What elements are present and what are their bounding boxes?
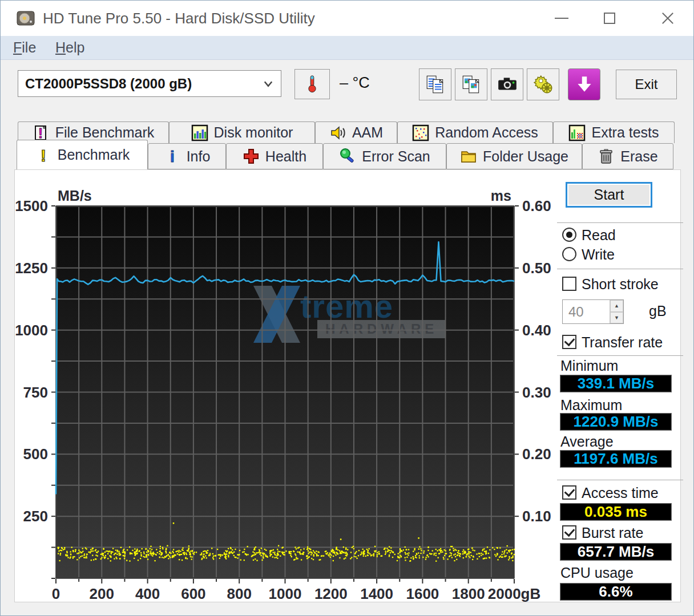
minimum-label: Minimum	[560, 358, 618, 374]
tab-info[interactable]: iInfo	[148, 143, 226, 169]
folder-usage-icon	[460, 148, 477, 165]
burst-rate-label[interactable]: Burst rate	[582, 525, 643, 541]
hdd-app-icon	[15, 8, 36, 29]
stepper-down-icon[interactable]: ▼	[610, 312, 623, 324]
tab-disk-monitor[interactable]: Disk monitor	[169, 121, 315, 143]
settings-gears-icon	[532, 74, 554, 95]
y-right-tick: 0.50	[522, 259, 551, 277]
y-left-tick: 1250	[15, 259, 48, 277]
separator	[557, 355, 683, 356]
copy-image-button[interactable]	[455, 68, 487, 100]
file-benchmark-icon: !	[33, 124, 50, 141]
tab-health[interactable]: Health	[226, 143, 323, 169]
close-button[interactable]	[650, 1, 685, 36]
y-left-tick: 750	[23, 383, 48, 401]
tab-error-scan[interactable]: Error Scan	[323, 143, 446, 169]
info-icon: i	[164, 148, 181, 165]
extra-tests-icon	[568, 124, 586, 141]
tab-erase[interactable]: Erase	[582, 143, 673, 169]
svg-text:!: !	[38, 125, 43, 141]
read-radio-label[interactable]: Read	[582, 227, 616, 244]
health-icon	[243, 148, 260, 165]
drive-select[interactable]: CT2000P5SSD8 (2000 gB)	[18, 70, 281, 97]
tab-aam[interactable]: AAM	[315, 121, 397, 143]
x-tick: 1400	[360, 585, 393, 603]
tab-label: Extra tests	[591, 124, 659, 141]
tab-row-lower: !BenchmarkiInfoHealthError ScanFolder Us…	[17, 143, 673, 169]
access-time-checkbox[interactable]	[562, 485, 576, 500]
maximize-icon	[604, 13, 615, 24]
tab-benchmark[interactable]: !Benchmark	[17, 140, 148, 169]
minimize-button[interactable]	[544, 1, 579, 36]
short-stroke-label[interactable]: Short stroke	[582, 276, 659, 293]
erase-icon	[598, 148, 615, 165]
burst-rate-checkbox[interactable]	[562, 525, 576, 540]
tab-random-access[interactable]: Random Access	[397, 121, 553, 143]
menu-file[interactable]: File	[10, 36, 39, 60]
write-radio[interactable]	[562, 247, 576, 261]
y-right-tick: 0.40	[522, 321, 551, 339]
x-tick: 1600	[406, 585, 439, 603]
size-unit-label: gB	[649, 303, 667, 319]
app-window: HD Tune Pro 5.50 - Hard Disk/SSD Utility…	[0, 0, 694, 616]
tab-label: File Benchmark	[55, 124, 155, 141]
maximize-button[interactable]	[592, 1, 627, 36]
y-right-tick: 0.30	[522, 383, 551, 401]
read-radio[interactable]	[562, 228, 576, 242]
aam-speaker-icon	[329, 124, 346, 141]
random-access-icon	[412, 124, 429, 141]
average-value: 1197.6 MB/s	[560, 450, 672, 468]
start-button[interactable]: Start	[566, 182, 652, 208]
save-results-button[interactable]	[568, 68, 600, 100]
access-time-label[interactable]: Access time	[582, 485, 659, 501]
benchmark-icon: !	[35, 147, 52, 164]
screenshot-camera-button[interactable]	[491, 68, 523, 100]
settings-gears-button[interactable]	[527, 68, 559, 100]
save-results-icon	[574, 74, 595, 95]
menu-help[interactable]: Help	[52, 36, 88, 60]
short-stroke-size-stepper[interactable]: 40 ▲▼	[562, 299, 624, 324]
stepper-buttons[interactable]: ▲▼	[610, 300, 623, 323]
copy-text-icon	[425, 74, 446, 95]
tab-label: Benchmark	[58, 147, 130, 163]
error-scan-icon	[339, 148, 356, 165]
burst-rate-value: 657.7 MB/s	[560, 543, 672, 561]
menu-bar: File Help	[1, 36, 693, 60]
tab-label: Folder Usage	[483, 148, 568, 165]
y-left-tick: 1500	[15, 197, 48, 215]
tab-label: Erase	[620, 148, 657, 165]
tab-label: Random Access	[435, 124, 538, 141]
y-left-tick: 1000	[15, 321, 48, 339]
tab-label: Health	[265, 148, 306, 165]
chevron-down-icon	[263, 78, 274, 90]
short-stroke-checkbox[interactable]	[562, 277, 576, 291]
temperature-button[interactable]	[294, 69, 330, 99]
tab-label: Disk monitor	[214, 124, 293, 141]
tab-extra-tests[interactable]: Extra tests	[553, 121, 675, 143]
access-time-value: 0.035 ms	[560, 503, 672, 521]
benchmark-chart: treme HARDWARE	[56, 206, 514, 578]
minimum-value: 339.1 MB/s	[560, 375, 672, 392]
copy-image-icon	[461, 74, 482, 95]
chart-canvas	[56, 206, 514, 578]
x-tick: 1000	[269, 585, 302, 603]
copy-text-button[interactable]	[419, 68, 451, 100]
drive-select-value: CT2000P5SSD8 (2000 gB)	[25, 76, 263, 92]
separator	[557, 480, 683, 480]
exit-button[interactable]: Exit	[616, 70, 677, 99]
stepper-up-icon[interactable]: ▲	[610, 300, 623, 312]
title-bar: HD Tune Pro 5.50 - Hard Disk/SSD Utility	[1, 1, 693, 36]
svg-text:!: !	[41, 147, 46, 164]
x-tick: 400	[135, 585, 160, 603]
tab-label: AAM	[352, 124, 383, 141]
window-title: HD Tune Pro 5.50 - Hard Disk/SSD Utility	[43, 1, 315, 36]
transfer-rate-label[interactable]: Transfer rate	[582, 334, 663, 351]
transfer-rate-checkbox[interactable]	[562, 335, 576, 349]
y-right-axis-unit: ms	[483, 188, 511, 204]
write-radio-label[interactable]: Write	[582, 246, 615, 263]
y-right-tick: 0.20	[522, 445, 551, 463]
tab-folder-usage[interactable]: Folder Usage	[446, 143, 582, 169]
separator	[557, 222, 683, 223]
average-label: Average	[560, 433, 614, 450]
x-tick: 1800	[452, 585, 485, 603]
